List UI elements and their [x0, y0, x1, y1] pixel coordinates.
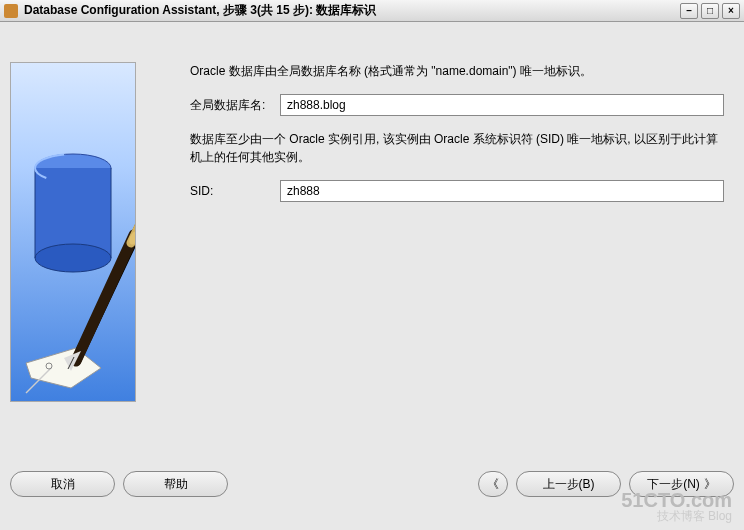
- sid-row: SID:: [190, 180, 724, 202]
- watermark: 51CTO.com 技术博客 Blog: [621, 490, 732, 522]
- app-icon: [4, 4, 18, 18]
- help-button[interactable]: 帮助: [123, 471, 228, 497]
- back-arrow-label: 《: [487, 476, 499, 493]
- pen-tag-icon: [16, 193, 136, 402]
- cancel-button[interactable]: 取消: [10, 471, 115, 497]
- cancel-button-label: 取消: [51, 476, 75, 493]
- form-panel: Oracle 数据库由全局数据库名称 (格式通常为 "name.domain")…: [140, 62, 734, 460]
- left-graphic-panel: [10, 62, 140, 460]
- back-button[interactable]: 上一步(B): [516, 471, 621, 497]
- database-graphic: [10, 62, 136, 402]
- global-db-name-label: 全局数据库名:: [190, 97, 280, 114]
- content-area: Oracle 数据库由全局数据库名称 (格式通常为 "name.domain")…: [0, 22, 744, 470]
- description-text-1: Oracle 数据库由全局数据库名称 (格式通常为 "name.domain")…: [190, 62, 724, 80]
- global-db-name-input[interactable]: [280, 94, 724, 116]
- description-text-2: 数据库至少由一个 Oracle 实例引用, 该实例由 Oracle 系统标识符 …: [190, 130, 724, 166]
- global-db-name-row: 全局数据库名:: [190, 94, 724, 116]
- sid-input[interactable]: [280, 180, 724, 202]
- window-titlebar: Database Configuration Assistant, 步骤 3(共…: [0, 0, 744, 22]
- watermark-sub: 技术博客 Blog: [621, 510, 732, 522]
- window-controls: – □ ×: [680, 3, 740, 19]
- minimize-button[interactable]: –: [680, 3, 698, 19]
- maximize-button[interactable]: □: [701, 3, 719, 19]
- back-arrow-button[interactable]: 《: [478, 471, 508, 497]
- back-button-label: 上一步(B): [543, 476, 595, 493]
- watermark-main: 51CTO.com: [621, 490, 732, 510]
- close-button[interactable]: ×: [722, 3, 740, 19]
- window-title: Database Configuration Assistant, 步骤 3(共…: [24, 2, 376, 19]
- sid-label: SID:: [190, 184, 280, 198]
- help-button-label: 帮助: [164, 476, 188, 493]
